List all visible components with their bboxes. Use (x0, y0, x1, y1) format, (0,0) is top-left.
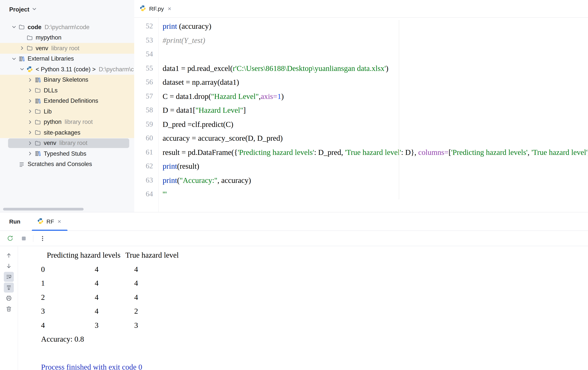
line-number: 60 (134, 131, 153, 145)
code-line[interactable]: 63print("Accuracy:", accuracy) (134, 173, 588, 187)
tree-item-label: < Python 3.11 (code) > (36, 66, 96, 73)
code-line[interactable]: 56dataset = np.array(data1) (134, 75, 588, 89)
chevron-down-icon[interactable] (18, 65, 26, 73)
tab-rf-run[interactable]: RF × (32, 212, 67, 231)
row-index: 2 (41, 290, 95, 304)
code-text: result = pd.DataFrame({'Predicting hazar… (153, 145, 588, 159)
scroll-to-end-button[interactable] (4, 283, 14, 293)
chevron-down-icon[interactable] (10, 55, 18, 63)
project-tree-item[interactable]: codeD:\pycharm\code (0, 22, 134, 32)
project-dropdown[interactable]: Project (9, 6, 29, 13)
predicted-value: 4 (95, 262, 134, 276)
arrow-down-icon (5, 263, 12, 270)
code-text: accuracy = accuracy_score(D, D_pred) (153, 131, 283, 145)
line-number: 61 (134, 145, 153, 159)
tree-item-label: DLLs (44, 87, 58, 94)
chevron-down-icon[interactable] (10, 23, 18, 31)
folder-icon (18, 23, 25, 31)
tree-item-label: Extended Definitions (44, 98, 98, 105)
project-tree-item[interactable]: DLLs (0, 85, 134, 96)
project-tree-item[interactable]: < Python 3.11 (code) >D:\pycharm\c (0, 64, 134, 74)
predicted-value: 4 (95, 276, 134, 290)
stop-button[interactable] (19, 234, 28, 243)
print-button[interactable] (4, 293, 14, 303)
code-line[interactable]: 57C = data1.drop("Hazard Level",axis=1) (134, 89, 588, 103)
chevron-right-icon[interactable] (26, 150, 34, 158)
code-text: C = data1.drop("Hazard Level",axis=1) (153, 89, 284, 103)
tree-item-label: External Libraries (28, 55, 74, 62)
more-options-button[interactable] (38, 234, 47, 243)
code-line[interactable]: 53#print(Y_test) (134, 33, 588, 47)
project-tree-item[interactable]: mypython (0, 32, 134, 43)
chevron-right-icon[interactable] (26, 87, 34, 94)
console-col-header: Predicting hazard levels (47, 248, 125, 262)
predicted-value: 3 (95, 318, 134, 332)
chevron-right-icon[interactable] (18, 44, 26, 52)
project-tool-window: Project codeD:\pycharm\codemypythonvenvl… (0, 0, 135, 212)
row-index: 3 (41, 304, 95, 318)
project-tree-item[interactable]: Extended Definitions (0, 96, 134, 106)
code-line[interactable]: 52print (accuracy) (134, 19, 588, 33)
accuracy-line: Accuracy: 0.8 (18, 332, 588, 346)
project-tree-item[interactable]: site-packages (0, 127, 134, 138)
code-line[interactable]: 64''' (134, 187, 588, 201)
tree-item-label: Lib (44, 108, 52, 115)
chevron-right-icon[interactable] (26, 97, 34, 105)
close-icon[interactable]: × (167, 6, 172, 12)
code-line[interactable]: 58D = data1["Hazard Level"] (134, 103, 588, 117)
code-editor[interactable]: 52print (accuracy)53#print(Y_test)5455da… (134, 18, 588, 213)
prev-occurrence-button[interactable] (4, 250, 14, 260)
chevron-right-icon[interactable] (26, 108, 34, 116)
clear-console-button[interactable] (4, 304, 14, 314)
project-tree-item[interactable]: Binary Skeletons (0, 74, 134, 85)
tree-item-suffix: D:\pycharm\code (44, 24, 89, 31)
soft-wrap-button[interactable] (4, 272, 14, 282)
line-number: 52 (134, 19, 153, 33)
library-icon (34, 150, 42, 158)
line-number: 57 (134, 89, 153, 103)
code-line[interactable]: 60accuracy = accuracy_score(D, D_pred) (134, 131, 588, 145)
run-tab-label: RF (46, 218, 54, 225)
close-icon[interactable]: × (57, 218, 62, 224)
horizontal-scrollbar[interactable] (3, 208, 84, 211)
printer-icon (5, 295, 12, 302)
project-tree-item[interactable]: Typeshed Stubs (0, 148, 134, 159)
next-occurrence-button[interactable] (4, 261, 14, 271)
chevron-right-icon[interactable] (26, 129, 34, 137)
code-line[interactable]: 62print(result) (134, 159, 588, 173)
tree-item-suffix: library root (65, 119, 93, 126)
kebab-icon (39, 235, 46, 242)
line-number: 63 (134, 173, 153, 187)
code-text: D = data1["Hazard Level"] (153, 103, 246, 117)
right-margin-guide (399, 20, 399, 199)
chevron-right-icon[interactable] (26, 76, 34, 84)
code-line[interactable]: 61result = pd.DataFrame({'Predicting haz… (134, 145, 588, 159)
project-tree-item[interactable]: venvlibrary root (0, 138, 134, 148)
tab-rf-py[interactable]: RF.py × (134, 0, 177, 17)
code-line[interactable]: 54 (134, 47, 588, 61)
code-line[interactable]: 55data1 = pd.read_excel(r'C:\Users\86188… (134, 61, 588, 75)
project-tree-item[interactable]: pythonlibrary root (0, 117, 134, 127)
chevron-right-icon[interactable] (26, 118, 34, 126)
tree-item-label: Scratches and Consoles (28, 161, 92, 168)
line-number: 58 (134, 103, 153, 117)
line-number: 56 (134, 75, 153, 89)
tree-item-suffix: D:\pycharm\c (99, 66, 134, 73)
project-tree-item[interactable]: Scratches and Consoles (0, 159, 134, 169)
project-tree-item[interactable]: venvlibrary root (0, 43, 134, 53)
console-output[interactable]: Predicting hazard levelsTrue hazard leve… (18, 246, 588, 370)
arrow-up-icon (5, 252, 12, 259)
code-text (153, 47, 163, 61)
predicted-value: 4 (95, 304, 134, 318)
chevron-right-icon[interactable] (26, 139, 34, 147)
library-icon (34, 76, 42, 84)
code-text: dataset = np.array(data1) (153, 75, 239, 89)
code-line[interactable]: 59D_pred =clf.predict(C) (134, 117, 588, 131)
rerun-button[interactable] (5, 234, 15, 243)
tab-label: RF.py (149, 5, 164, 12)
console-wrap: Predicting hazard levelsTrue hazard leve… (0, 246, 588, 370)
project-tree-item[interactable]: External Libraries (0, 53, 134, 64)
editor-area: RF.py × 52print (accuracy)53#print(Y_tes… (134, 0, 588, 212)
chevron-down-icon[interactable] (31, 6, 37, 13)
project-tree-item[interactable]: Lib (0, 106, 134, 117)
